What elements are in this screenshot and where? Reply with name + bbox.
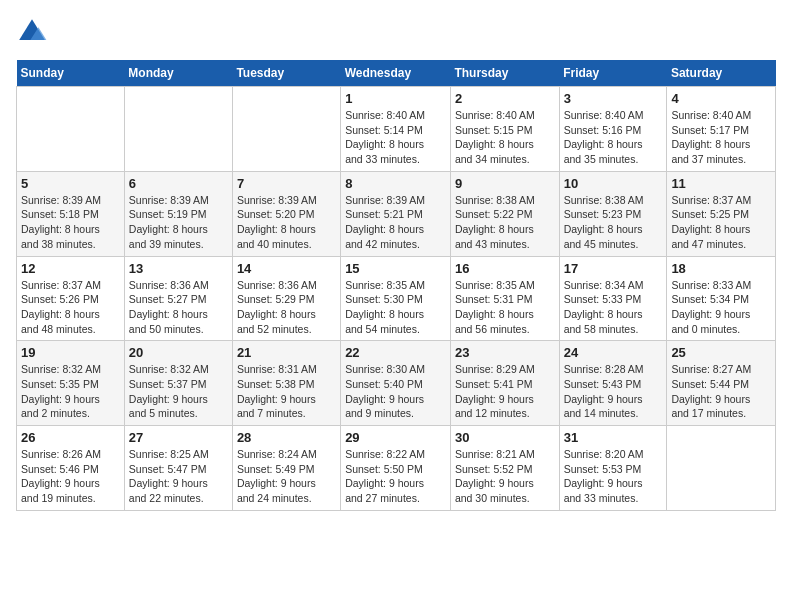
day-info: Sunrise: 8:39 AMSunset: 5:19 PMDaylight:… bbox=[129, 193, 228, 252]
day-info: Sunrise: 8:36 AMSunset: 5:27 PMDaylight:… bbox=[129, 278, 228, 337]
day-info: Sunrise: 8:22 AMSunset: 5:50 PMDaylight:… bbox=[345, 447, 446, 506]
day-info: Sunrise: 8:27 AMSunset: 5:44 PMDaylight:… bbox=[671, 362, 771, 421]
day-number: 15 bbox=[345, 261, 446, 276]
day-number: 11 bbox=[671, 176, 771, 191]
day-info: Sunrise: 8:39 AMSunset: 5:21 PMDaylight:… bbox=[345, 193, 446, 252]
calendar-cell bbox=[124, 87, 232, 172]
day-info: Sunrise: 8:38 AMSunset: 5:22 PMDaylight:… bbox=[455, 193, 555, 252]
calendar-cell: 29Sunrise: 8:22 AMSunset: 5:50 PMDayligh… bbox=[341, 426, 451, 511]
calendar-cell: 19Sunrise: 8:32 AMSunset: 5:35 PMDayligh… bbox=[17, 341, 125, 426]
day-info: Sunrise: 8:40 AMSunset: 5:17 PMDaylight:… bbox=[671, 108, 771, 167]
day-of-week-header: Thursday bbox=[450, 60, 559, 87]
calendar-cell: 31Sunrise: 8:20 AMSunset: 5:53 PMDayligh… bbox=[559, 426, 667, 511]
day-number: 31 bbox=[564, 430, 663, 445]
day-number: 20 bbox=[129, 345, 228, 360]
calendar-cell: 18Sunrise: 8:33 AMSunset: 5:34 PMDayligh… bbox=[667, 256, 776, 341]
calendar-cell: 22Sunrise: 8:30 AMSunset: 5:40 PMDayligh… bbox=[341, 341, 451, 426]
calendar-cell: 25Sunrise: 8:27 AMSunset: 5:44 PMDayligh… bbox=[667, 341, 776, 426]
logo-icon bbox=[16, 16, 48, 48]
day-number: 2 bbox=[455, 91, 555, 106]
day-number: 6 bbox=[129, 176, 228, 191]
day-info: Sunrise: 8:25 AMSunset: 5:47 PMDaylight:… bbox=[129, 447, 228, 506]
day-number: 3 bbox=[564, 91, 663, 106]
day-number: 23 bbox=[455, 345, 555, 360]
day-info: Sunrise: 8:32 AMSunset: 5:35 PMDaylight:… bbox=[21, 362, 120, 421]
day-number: 21 bbox=[237, 345, 336, 360]
day-info: Sunrise: 8:32 AMSunset: 5:37 PMDaylight:… bbox=[129, 362, 228, 421]
day-number: 30 bbox=[455, 430, 555, 445]
day-of-week-header: Wednesday bbox=[341, 60, 451, 87]
calendar-table: SundayMondayTuesdayWednesdayThursdayFrid… bbox=[16, 60, 776, 511]
calendar-cell: 9Sunrise: 8:38 AMSunset: 5:22 PMDaylight… bbox=[450, 171, 559, 256]
day-number: 7 bbox=[237, 176, 336, 191]
day-number: 29 bbox=[345, 430, 446, 445]
calendar-week-row: 26Sunrise: 8:26 AMSunset: 5:46 PMDayligh… bbox=[17, 426, 776, 511]
calendar-cell: 7Sunrise: 8:39 AMSunset: 5:20 PMDaylight… bbox=[232, 171, 340, 256]
day-number: 16 bbox=[455, 261, 555, 276]
day-info: Sunrise: 8:38 AMSunset: 5:23 PMDaylight:… bbox=[564, 193, 663, 252]
calendar-cell: 1Sunrise: 8:40 AMSunset: 5:14 PMDaylight… bbox=[341, 87, 451, 172]
calendar-header-row: SundayMondayTuesdayWednesdayThursdayFrid… bbox=[17, 60, 776, 87]
calendar-cell bbox=[17, 87, 125, 172]
day-of-week-header: Tuesday bbox=[232, 60, 340, 87]
calendar-cell: 14Sunrise: 8:36 AMSunset: 5:29 PMDayligh… bbox=[232, 256, 340, 341]
calendar-cell: 27Sunrise: 8:25 AMSunset: 5:47 PMDayligh… bbox=[124, 426, 232, 511]
day-info: Sunrise: 8:24 AMSunset: 5:49 PMDaylight:… bbox=[237, 447, 336, 506]
day-number: 10 bbox=[564, 176, 663, 191]
day-info: Sunrise: 8:37 AMSunset: 5:25 PMDaylight:… bbox=[671, 193, 771, 252]
day-number: 25 bbox=[671, 345, 771, 360]
day-info: Sunrise: 8:35 AMSunset: 5:30 PMDaylight:… bbox=[345, 278, 446, 337]
day-number: 24 bbox=[564, 345, 663, 360]
calendar-cell: 13Sunrise: 8:36 AMSunset: 5:27 PMDayligh… bbox=[124, 256, 232, 341]
day-number: 19 bbox=[21, 345, 120, 360]
day-info: Sunrise: 8:40 AMSunset: 5:15 PMDaylight:… bbox=[455, 108, 555, 167]
calendar-cell: 6Sunrise: 8:39 AMSunset: 5:19 PMDaylight… bbox=[124, 171, 232, 256]
logo bbox=[16, 16, 52, 48]
calendar-cell: 15Sunrise: 8:35 AMSunset: 5:30 PMDayligh… bbox=[341, 256, 451, 341]
day-number: 22 bbox=[345, 345, 446, 360]
calendar-cell: 10Sunrise: 8:38 AMSunset: 5:23 PMDayligh… bbox=[559, 171, 667, 256]
day-info: Sunrise: 8:30 AMSunset: 5:40 PMDaylight:… bbox=[345, 362, 446, 421]
calendar-cell: 11Sunrise: 8:37 AMSunset: 5:25 PMDayligh… bbox=[667, 171, 776, 256]
day-of-week-header: Friday bbox=[559, 60, 667, 87]
calendar-cell: 16Sunrise: 8:35 AMSunset: 5:31 PMDayligh… bbox=[450, 256, 559, 341]
day-number: 9 bbox=[455, 176, 555, 191]
day-number: 5 bbox=[21, 176, 120, 191]
day-info: Sunrise: 8:34 AMSunset: 5:33 PMDaylight:… bbox=[564, 278, 663, 337]
calendar-cell: 21Sunrise: 8:31 AMSunset: 5:38 PMDayligh… bbox=[232, 341, 340, 426]
day-of-week-header: Sunday bbox=[17, 60, 125, 87]
day-info: Sunrise: 8:40 AMSunset: 5:14 PMDaylight:… bbox=[345, 108, 446, 167]
day-info: Sunrise: 8:31 AMSunset: 5:38 PMDaylight:… bbox=[237, 362, 336, 421]
page-header bbox=[16, 16, 776, 48]
calendar-cell: 23Sunrise: 8:29 AMSunset: 5:41 PMDayligh… bbox=[450, 341, 559, 426]
day-number: 28 bbox=[237, 430, 336, 445]
day-info: Sunrise: 8:29 AMSunset: 5:41 PMDaylight:… bbox=[455, 362, 555, 421]
calendar-week-row: 5Sunrise: 8:39 AMSunset: 5:18 PMDaylight… bbox=[17, 171, 776, 256]
day-of-week-header: Monday bbox=[124, 60, 232, 87]
day-number: 27 bbox=[129, 430, 228, 445]
day-number: 18 bbox=[671, 261, 771, 276]
calendar-cell: 5Sunrise: 8:39 AMSunset: 5:18 PMDaylight… bbox=[17, 171, 125, 256]
day-number: 14 bbox=[237, 261, 336, 276]
day-info: Sunrise: 8:37 AMSunset: 5:26 PMDaylight:… bbox=[21, 278, 120, 337]
calendar-cell bbox=[232, 87, 340, 172]
calendar-cell: 28Sunrise: 8:24 AMSunset: 5:49 PMDayligh… bbox=[232, 426, 340, 511]
day-info: Sunrise: 8:39 AMSunset: 5:20 PMDaylight:… bbox=[237, 193, 336, 252]
calendar-cell: 12Sunrise: 8:37 AMSunset: 5:26 PMDayligh… bbox=[17, 256, 125, 341]
day-number: 26 bbox=[21, 430, 120, 445]
calendar-cell: 20Sunrise: 8:32 AMSunset: 5:37 PMDayligh… bbox=[124, 341, 232, 426]
day-number: 8 bbox=[345, 176, 446, 191]
day-info: Sunrise: 8:33 AMSunset: 5:34 PMDaylight:… bbox=[671, 278, 771, 337]
day-info: Sunrise: 8:28 AMSunset: 5:43 PMDaylight:… bbox=[564, 362, 663, 421]
day-info: Sunrise: 8:20 AMSunset: 5:53 PMDaylight:… bbox=[564, 447, 663, 506]
calendar-cell: 26Sunrise: 8:26 AMSunset: 5:46 PMDayligh… bbox=[17, 426, 125, 511]
day-number: 4 bbox=[671, 91, 771, 106]
day-info: Sunrise: 8:39 AMSunset: 5:18 PMDaylight:… bbox=[21, 193, 120, 252]
calendar-cell: 30Sunrise: 8:21 AMSunset: 5:52 PMDayligh… bbox=[450, 426, 559, 511]
calendar-cell: 8Sunrise: 8:39 AMSunset: 5:21 PMDaylight… bbox=[341, 171, 451, 256]
calendar-cell: 4Sunrise: 8:40 AMSunset: 5:17 PMDaylight… bbox=[667, 87, 776, 172]
calendar-week-row: 1Sunrise: 8:40 AMSunset: 5:14 PMDaylight… bbox=[17, 87, 776, 172]
day-info: Sunrise: 8:40 AMSunset: 5:16 PMDaylight:… bbox=[564, 108, 663, 167]
calendar-cell: 24Sunrise: 8:28 AMSunset: 5:43 PMDayligh… bbox=[559, 341, 667, 426]
day-of-week-header: Saturday bbox=[667, 60, 776, 87]
